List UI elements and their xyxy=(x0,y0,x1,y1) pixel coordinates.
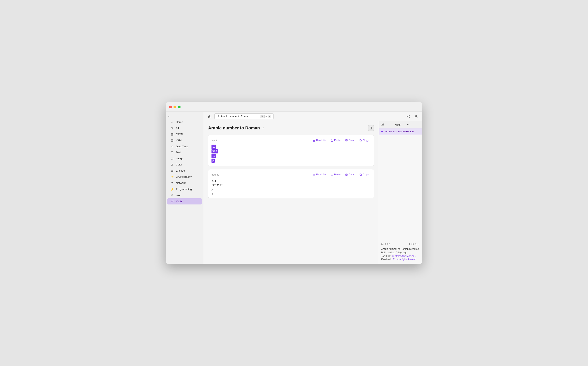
yaml-icon: ▤ xyxy=(170,139,174,142)
panel-toggle-button[interactable] xyxy=(368,125,374,131)
sidebar-item-text[interactable]: T Text xyxy=(167,150,202,155)
sidebar-item-network[interactable]: Network xyxy=(167,180,202,186)
search-bar[interactable]: ⌘ + K xyxy=(214,114,273,119)
panel-category-header[interactable]: Math ▾ xyxy=(379,121,422,129)
output-read-file-button[interactable]: Read file xyxy=(311,172,328,177)
sidebar-item-label: Text xyxy=(176,151,181,154)
panel-tool-link[interactable]: https://t.he3app.co... xyxy=(395,255,416,258)
sidebar-item-web[interactable]: ⊕ Web xyxy=(167,192,202,198)
read-file-label: Read file xyxy=(316,139,326,142)
svg-line-9 xyxy=(408,116,409,116)
svg-rect-2 xyxy=(172,201,173,202)
svg-point-6 xyxy=(409,115,410,116)
svg-rect-17 xyxy=(360,140,362,141)
sidebar-item-yaml[interactable]: ▤ YAML xyxy=(167,137,202,143)
svg-point-4 xyxy=(217,115,219,117)
panel-tool-link-row: Tool Link: https://t.he3app.co... xyxy=(381,255,420,258)
sidebar-item-label: JSON xyxy=(176,133,183,136)
svg-point-0 xyxy=(172,183,173,183)
output-textarea[interactable]: XII CCCXCII X V xyxy=(211,179,371,195)
panel-tool-item[interactable]: Arabic number to Roman xyxy=(379,129,422,135)
input-content[interactable]: 12 392 10 5 xyxy=(211,145,371,163)
math-icon xyxy=(170,200,174,203)
sidebar-item-home[interactable]: ⌂ Home xyxy=(167,119,202,125)
panel-tool-link-label: Tool Link: xyxy=(381,255,391,258)
sidebar-item-label: Date/Time xyxy=(176,145,188,148)
topbar: ⌘ + K xyxy=(204,112,422,121)
output-clear-button[interactable]: Clear xyxy=(343,172,357,177)
output-copy-button[interactable]: Copy xyxy=(357,172,371,177)
input-clear-label: Clear xyxy=(349,139,355,142)
cryptography-icon: ⚡ xyxy=(170,175,174,178)
panel-category-label: Math xyxy=(395,123,407,126)
output-copy-label: Copy xyxy=(363,173,369,176)
input-actions: Read file Paste xyxy=(311,138,371,143)
maximize-button[interactable] xyxy=(178,106,181,108)
input-line-4: 5 xyxy=(211,159,215,163)
panel-tool-link-icon xyxy=(392,255,394,258)
output-header: output Read file xyxy=(211,172,371,177)
sidebar-item-label: YAML xyxy=(176,139,183,142)
panel-chevron-icon: ▾ xyxy=(407,123,420,126)
close-button[interactable] xyxy=(169,106,172,108)
sidebar-item-color[interactable]: ◎ Color xyxy=(167,161,202,168)
sidebar-item-programming[interactable]: ⚡ Programming xyxy=(167,186,202,192)
panel-feedback-link[interactable]: https://github.com/... xyxy=(396,258,417,261)
panel-check-icon xyxy=(415,243,417,246)
panel-expand-icon[interactable]: ▾ xyxy=(418,243,420,246)
svg-rect-18 xyxy=(331,174,333,176)
sidebar-item-image[interactable]: ▢ Image xyxy=(167,155,202,161)
home-button[interactable] xyxy=(207,114,212,119)
sidebar: « ⌂ Home ◎ All ▦ JSON ▤ YAML ⊙ Date/Time xyxy=(166,112,204,264)
search-input[interactable] xyxy=(221,115,259,118)
sidebar-item-label: Encode xyxy=(176,169,185,172)
sidebar-item-math[interactable]: Math xyxy=(167,198,202,205)
text-icon: T xyxy=(170,151,174,154)
collapse-button[interactable]: « xyxy=(166,113,172,119)
cmd-key: ⌘ xyxy=(260,115,265,118)
panel-description: Arabic number to Roman numerals xyxy=(381,248,420,250)
titlebar xyxy=(166,102,422,112)
svg-rect-21 xyxy=(360,174,362,175)
sidebar-item-label: All xyxy=(176,127,179,130)
input-copy-button[interactable]: Copy xyxy=(357,138,371,143)
svg-line-5 xyxy=(219,117,219,117)
svg-rect-24 xyxy=(383,123,384,125)
sidebar-item-datetime[interactable]: ⊙ Date/Time xyxy=(167,143,202,149)
sidebar-item-label: Web xyxy=(176,194,181,197)
svg-rect-14 xyxy=(331,140,333,141)
svg-point-8 xyxy=(409,117,410,118)
output-label: output xyxy=(211,173,219,176)
image-icon: ▢ xyxy=(170,157,174,160)
page-title: Arabic number to Roman xyxy=(208,125,260,131)
svg-rect-36 xyxy=(392,255,394,257)
sidebar-item-all[interactable]: ◎ All xyxy=(167,125,202,131)
page-content: Arabic number to Roman ☆ input xyxy=(204,121,422,264)
star-button[interactable]: ☆ xyxy=(262,126,265,130)
output-actions: Read file Paste xyxy=(311,172,371,177)
sidebar-item-cryptography[interactable]: ⚡ Cryptography xyxy=(167,174,202,180)
share-button[interactable] xyxy=(406,114,411,119)
sidebar-item-json[interactable]: ▦ JSON xyxy=(167,131,202,137)
read-file-button[interactable]: Read file xyxy=(311,138,328,143)
sidebar-item-encode[interactable]: ▦ Encode xyxy=(167,168,202,174)
json-icon: ▦ xyxy=(170,133,174,136)
input-clear-button[interactable]: Clear xyxy=(343,138,357,143)
panel-footer: 0.0.1 xyxy=(379,240,422,264)
panel-published: Published at: 7 days ago xyxy=(381,251,420,254)
datetime-icon: ⊙ xyxy=(170,145,174,148)
output-paste-button[interactable]: Paste xyxy=(329,172,342,177)
sidebar-item-label: Home xyxy=(176,121,183,123)
minimize-button[interactable] xyxy=(173,106,176,108)
output-read-file-label: Read file xyxy=(316,173,326,176)
panel-tool-icon xyxy=(381,130,384,133)
user-button[interactable] xyxy=(413,114,419,119)
panel-chart-icon xyxy=(408,243,410,246)
input-paste-button[interactable]: Paste xyxy=(329,138,342,143)
panel-category-icon xyxy=(381,123,394,126)
main-layout: « ⌂ Home ◎ All ▦ JSON ▤ YAML ⊙ Date/Time xyxy=(166,112,422,264)
sidebar-item-label: Programming xyxy=(176,188,192,191)
input-label: input xyxy=(211,139,217,142)
network-icon xyxy=(170,181,174,185)
panel-feedback-label: Feedback: xyxy=(381,258,392,261)
